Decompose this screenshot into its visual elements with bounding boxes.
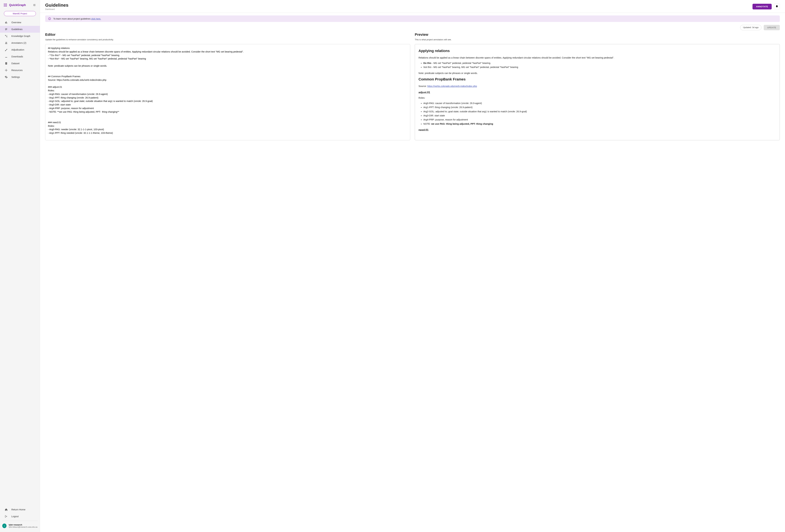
sidebar-item-annotators[interactable]: Annotators (2) — [0, 40, 40, 46]
document-icon — [4, 62, 8, 65]
people-icon — [4, 41, 8, 45]
two-col: Editor Update the guidelines to enhance … — [45, 32, 780, 140]
preview-h3-need: need.01 — [419, 128, 776, 132]
brand[interactable]: QuickGraph — [4, 3, 26, 7]
svg-rect-14 — [7, 23, 7, 23]
svg-rect-8 — [6, 6, 7, 6]
preview-h3-adjust: adjust.01 — [419, 91, 776, 95]
info-icon — [48, 17, 51, 20]
text-lines-icon — [4, 28, 8, 31]
sidebar-item-label: Downloads — [11, 55, 23, 58]
sidebar-item-adjudication[interactable]: Adjudication — [0, 46, 40, 53]
source-link[interactable]: https://verbs.colorado.edu/verb-index/in… — [427, 85, 477, 87]
project-chip[interactable]: MaintIE Project — [4, 11, 36, 16]
sidebar-item-label: Adjudication — [11, 48, 24, 51]
preview-source: Source: https://verbs.colorado.edu/verb-… — [419, 84, 776, 88]
sidebar-item-label: Resources — [11, 69, 23, 72]
preview-heading: Preview — [415, 32, 780, 37]
apps-icon — [4, 4, 7, 6]
sidebar-header: QuickGraph — [0, 0, 40, 10]
sidebar-item-resources[interactable]: Resources — [0, 67, 40, 74]
sidebar-item-knowledge-graph[interactable]: Knowledge Graph — [0, 33, 40, 40]
svg-rect-27 — [6, 63, 7, 64]
sidebar-item-label: Return Home — [11, 508, 25, 511]
sidebar-bottom: Return Home Logout t tyler-research tyle… — [0, 505, 40, 532]
gear-icon — [4, 75, 8, 79]
svg-point-32 — [6, 69, 6, 70]
sidebar-item-downloads[interactable]: Downloads — [0, 53, 40, 60]
sidebar-item-overview[interactable]: Overview — [0, 19, 40, 26]
preview-p-applying: Relations should be applied as a linear … — [419, 56, 776, 59]
list-item: Arg1-PPT: thing changing (vnrole: 26.9-p… — [423, 105, 776, 109]
list-item: Arg3-DIR: start state — [423, 114, 776, 117]
list-item: Arg2-GOL: adjusted to; goal state; outsi… — [423, 110, 776, 113]
list-item: NOTE: we use PAG: thing being adjusted, … — [423, 122, 776, 126]
svg-point-33 — [6, 71, 6, 72]
sidebar-item-label: Guidelines — [11, 28, 23, 30]
content: To learn more about project guidelines c… — [40, 13, 785, 532]
sidebar-item-dataset[interactable]: Dataset — [0, 60, 40, 67]
svg-point-23 — [5, 42, 6, 43]
breadcrumb[interactable]: Dashboard — [45, 8, 69, 10]
user-email: tyler.bikaun@research.uwa.edu.au — [9, 526, 37, 528]
svg-rect-3 — [4, 5, 4, 5]
bell-icon — [776, 5, 778, 8]
bar-chart-icon — [4, 21, 8, 24]
collapse-sidebar-button[interactable] — [32, 3, 36, 7]
preview-h2-propbank: Common PropBank Frames — [419, 77, 776, 82]
avatar: t — [2, 524, 6, 528]
svg-rect-7 — [5, 6, 6, 6]
updated-chip: Updated: 3d ago — [740, 25, 761, 30]
svg-rect-5 — [6, 5, 7, 5]
list-item: Arg0-PAG: causer of transformation (vnro… — [423, 101, 776, 105]
sidebar-item-label: Overview — [11, 21, 21, 24]
sidebar-item-settings[interactable]: Settings — [0, 74, 40, 80]
sidebar-item-logout[interactable]: Logout — [0, 513, 40, 520]
notifications-button[interactable] — [774, 4, 780, 9]
page-title: Guidelines — [45, 3, 69, 8]
user-block[interactable]: t tyler-research tyler.bikaun@research.u… — [0, 522, 40, 530]
graph-icon — [4, 34, 8, 38]
list-item: Arg4-PRP: purpose, reason for adjustment — [423, 118, 776, 121]
editor-heading: Editor — [45, 32, 410, 37]
toolbar-row: Updated: 3d ago UPDATE — [45, 25, 780, 30]
preview-box: Applying relations Relations should be a… — [415, 44, 780, 140]
annotate-button[interactable]: ANNOTATE — [753, 4, 772, 9]
info-banner: To learn more about project guidelines c… — [45, 16, 780, 22]
svg-rect-2 — [6, 4, 7, 4]
svg-point-31 — [7, 70, 7, 71]
svg-line-22 — [6, 35, 7, 36]
banner-link[interactable]: click here. — [91, 18, 101, 20]
gavel-icon — [4, 48, 8, 51]
sidebar-item-label: Dataset — [11, 62, 20, 65]
user-name: tyler-research — [9, 524, 37, 526]
svg-rect-12 — [5, 22, 6, 24]
home-icon — [4, 508, 8, 511]
editor-subtext: Update the guidelines to enhance annotat… — [45, 39, 410, 41]
download-icon — [4, 55, 8, 58]
sidebar-item-label: Knowledge Graph — [11, 35, 30, 37]
sidebar-nav: Overview Guidelines Knowledge Graph Anno… — [0, 19, 40, 505]
update-button[interactable]: UPDATE — [764, 25, 780, 30]
sidebar-item-guidelines[interactable]: Guidelines — [0, 26, 40, 33]
svg-rect-0 — [4, 4, 4, 4]
preview-h2-applying: Applying relations — [419, 48, 776, 54]
sidebar-item-label: Logout — [11, 515, 19, 518]
topbar: Guidelines Dashboard ANNOTATE — [40, 0, 785, 13]
svg-rect-1 — [5, 4, 6, 4]
svg-rect-6 — [4, 6, 4, 6]
svg-point-21 — [7, 35, 7, 35]
main: Guidelines Dashboard ANNOTATE To learn m… — [40, 0, 785, 532]
hub-icon — [4, 69, 8, 72]
sidebar-item-label: Settings — [11, 76, 20, 78]
guidelines-editor[interactable] — [45, 44, 410, 140]
list-item: Do this - MG set "hasPart" pedestal, ped… — [423, 61, 776, 65]
svg-point-30 — [5, 70, 5, 71]
preview-col: Preview This is what project annotators … — [415, 32, 780, 140]
list-item: Not this - MG set "hasPart" bearing, MG … — [423, 65, 776, 69]
svg-point-24 — [6, 42, 7, 43]
banner-text: To learn more about project guidelines c… — [53, 18, 101, 20]
sidebar-item-return-home[interactable]: Return Home — [0, 506, 40, 513]
adjust-roles-list: Arg0-PAG: causer of transformation (vnro… — [419, 101, 776, 126]
logout-icon — [4, 515, 8, 518]
